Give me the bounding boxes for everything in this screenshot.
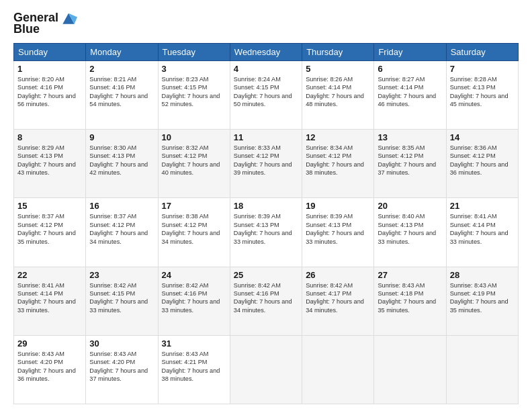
day-number: 17 (162, 201, 226, 211)
day-number: 10 (162, 132, 226, 142)
calendar-day-cell: 18Sunrise: 8:39 AMSunset: 4:13 PMDayligh… (230, 198, 302, 267)
day-info: Sunrise: 8:42 AMSunset: 4:17 PMDaylight:… (306, 281, 370, 315)
day-number: 21 (450, 201, 515, 211)
day-info: Sunrise: 8:21 AMSunset: 4:16 PMDaylight:… (89, 75, 154, 109)
day-number: 30 (89, 338, 154, 349)
calendar-day-cell: 28Sunrise: 8:43 AMSunset: 4:19 PMDayligh… (446, 267, 518, 335)
day-info: Sunrise: 8:38 AMSunset: 4:12 PMDaylight:… (162, 212, 226, 246)
day-number: 19 (306, 201, 370, 211)
calendar-day-cell (446, 335, 518, 404)
day-info: Sunrise: 8:36 AMSunset: 4:12 PMDaylight:… (450, 144, 515, 177)
day-info: Sunrise: 8:26 AMSunset: 4:14 PMDaylight:… (306, 75, 370, 109)
day-info: Sunrise: 8:43 AMSunset: 4:18 PMDaylight:… (378, 281, 442, 315)
day-number: 1 (17, 64, 82, 74)
day-info: Sunrise: 8:29 AMSunset: 4:13 PMDaylight:… (17, 144, 82, 177)
calendar-weekday-wednesday: Wednesday (230, 43, 302, 60)
day-info: Sunrise: 8:35 AMSunset: 4:12 PMDaylight:… (378, 144, 442, 177)
day-number: 29 (17, 338, 82, 349)
day-number: 4 (234, 64, 298, 74)
day-number: 6 (378, 64, 442, 74)
calendar-day-cell (374, 335, 446, 404)
calendar-table: SundayMondayTuesdayWednesdayThursdayFrid… (13, 43, 519, 404)
day-number: 28 (450, 270, 515, 280)
calendar-weekday-saturday: Saturday (446, 43, 518, 60)
day-number: 16 (89, 201, 154, 211)
calendar-weekday-monday: Monday (86, 43, 158, 60)
day-number: 7 (450, 64, 515, 74)
calendar-day-cell: 5Sunrise: 8:26 AMSunset: 4:14 PMDaylight… (302, 60, 374, 129)
day-info: Sunrise: 8:40 AMSunset: 4:13 PMDaylight:… (378, 212, 442, 246)
calendar-day-cell: 25Sunrise: 8:42 AMSunset: 4:16 PMDayligh… (230, 267, 302, 335)
calendar-week-row: 29Sunrise: 8:43 AMSunset: 4:20 PMDayligh… (14, 335, 519, 404)
day-info: Sunrise: 8:20 AMSunset: 4:16 PMDaylight:… (17, 75, 82, 109)
calendar-weekday-thursday: Thursday (302, 43, 374, 60)
calendar-day-cell: 17Sunrise: 8:38 AMSunset: 4:12 PMDayligh… (158, 198, 230, 267)
day-info: Sunrise: 8:43 AMSunset: 4:21 PMDaylight:… (162, 350, 226, 383)
calendar-day-cell: 19Sunrise: 8:39 AMSunset: 4:13 PMDayligh… (302, 198, 374, 267)
calendar-day-cell: 21Sunrise: 8:41 AMSunset: 4:14 PMDayligh… (446, 198, 518, 267)
calendar-header-row: SundayMondayTuesdayWednesdayThursdayFrid… (14, 43, 519, 60)
day-number: 18 (234, 201, 298, 211)
day-number: 22 (17, 270, 82, 280)
day-number: 31 (162, 338, 226, 349)
day-info: Sunrise: 8:32 AMSunset: 4:12 PMDaylight:… (162, 144, 226, 177)
calendar-day-cell: 23Sunrise: 8:42 AMSunset: 4:15 PMDayligh… (86, 267, 158, 335)
calendar-day-cell: 2Sunrise: 8:21 AMSunset: 4:16 PMDaylight… (86, 60, 158, 129)
calendar-week-row: 15Sunrise: 8:37 AMSunset: 4:12 PMDayligh… (14, 198, 519, 267)
day-number: 23 (89, 270, 154, 280)
day-info: Sunrise: 8:27 AMSunset: 4:14 PMDaylight:… (378, 75, 442, 109)
calendar-week-row: 1Sunrise: 8:20 AMSunset: 4:16 PMDaylight… (14, 60, 519, 129)
calendar-day-cell: 14Sunrise: 8:36 AMSunset: 4:12 PMDayligh… (446, 130, 518, 198)
logo: General Blue (13, 11, 79, 36)
calendar-day-cell: 22Sunrise: 8:41 AMSunset: 4:14 PMDayligh… (14, 267, 86, 335)
day-info: Sunrise: 8:28 AMSunset: 4:13 PMDaylight:… (450, 75, 515, 109)
day-number: 9 (89, 132, 154, 142)
day-number: 26 (306, 270, 370, 280)
day-number: 11 (234, 132, 298, 142)
calendar-day-cell: 3Sunrise: 8:23 AMSunset: 4:15 PMDaylight… (158, 60, 230, 129)
day-info: Sunrise: 8:43 AMSunset: 4:20 PMDaylight:… (89, 350, 154, 383)
day-info: Sunrise: 8:41 AMSunset: 4:14 PMDaylight:… (17, 281, 82, 315)
day-number: 13 (378, 132, 442, 142)
calendar-day-cell: 24Sunrise: 8:42 AMSunset: 4:16 PMDayligh… (158, 267, 230, 335)
calendar-day-cell: 11Sunrise: 8:33 AMSunset: 4:12 PMDayligh… (230, 130, 302, 198)
day-info: Sunrise: 8:41 AMSunset: 4:14 PMDaylight:… (450, 212, 515, 246)
day-number: 20 (378, 201, 442, 211)
day-number: 8 (17, 132, 82, 142)
calendar-week-row: 8Sunrise: 8:29 AMSunset: 4:13 PMDaylight… (14, 130, 519, 198)
day-number: 2 (89, 64, 154, 74)
day-info: Sunrise: 8:43 AMSunset: 4:20 PMDaylight:… (17, 350, 82, 383)
calendar-weekday-sunday: Sunday (14, 43, 86, 60)
day-info: Sunrise: 8:39 AMSunset: 4:13 PMDaylight:… (306, 212, 370, 246)
calendar-day-cell: 26Sunrise: 8:42 AMSunset: 4:17 PMDayligh… (302, 267, 374, 335)
header: General Blue (13, 11, 519, 36)
calendar-day-cell: 8Sunrise: 8:29 AMSunset: 4:13 PMDaylight… (14, 130, 86, 198)
calendar-day-cell: 27Sunrise: 8:43 AMSunset: 4:18 PMDayligh… (374, 267, 446, 335)
calendar-day-cell: 10Sunrise: 8:32 AMSunset: 4:12 PMDayligh… (158, 130, 230, 198)
calendar-day-cell: 29Sunrise: 8:43 AMSunset: 4:20 PMDayligh… (14, 335, 86, 404)
day-info: Sunrise: 8:23 AMSunset: 4:15 PMDaylight:… (162, 75, 226, 109)
calendar-day-cell: 30Sunrise: 8:43 AMSunset: 4:20 PMDayligh… (86, 335, 158, 404)
day-number: 25 (234, 270, 298, 280)
calendar-day-cell (230, 335, 302, 404)
calendar-day-cell: 15Sunrise: 8:37 AMSunset: 4:12 PMDayligh… (14, 198, 86, 267)
calendar-weekday-tuesday: Tuesday (158, 43, 230, 60)
day-info: Sunrise: 8:37 AMSunset: 4:12 PMDaylight:… (89, 212, 154, 246)
day-info: Sunrise: 8:37 AMSunset: 4:12 PMDaylight:… (17, 212, 82, 246)
calendar-day-cell: 9Sunrise: 8:30 AMSunset: 4:13 PMDaylight… (86, 130, 158, 198)
day-number: 14 (450, 132, 515, 142)
calendar-day-cell: 31Sunrise: 8:43 AMSunset: 4:21 PMDayligh… (158, 335, 230, 404)
logo-icon (60, 11, 77, 26)
day-number: 24 (162, 270, 226, 280)
day-number: 5 (306, 64, 370, 74)
day-number: 12 (306, 132, 370, 142)
day-info: Sunrise: 8:42 AMSunset: 4:16 PMDaylight:… (162, 281, 226, 315)
calendar-day-cell (302, 335, 374, 404)
page: General Blue SundayMondayTuesdayWednesda… (0, 0, 532, 411)
day-info: Sunrise: 8:24 AMSunset: 4:15 PMDaylight:… (234, 75, 298, 109)
calendar-day-cell: 20Sunrise: 8:40 AMSunset: 4:13 PMDayligh… (374, 198, 446, 267)
day-info: Sunrise: 8:42 AMSunset: 4:15 PMDaylight:… (89, 281, 154, 315)
day-info: Sunrise: 8:33 AMSunset: 4:12 PMDaylight:… (234, 144, 298, 177)
calendar-weekday-friday: Friday (374, 43, 446, 60)
day-info: Sunrise: 8:34 AMSunset: 4:12 PMDaylight:… (306, 144, 370, 177)
